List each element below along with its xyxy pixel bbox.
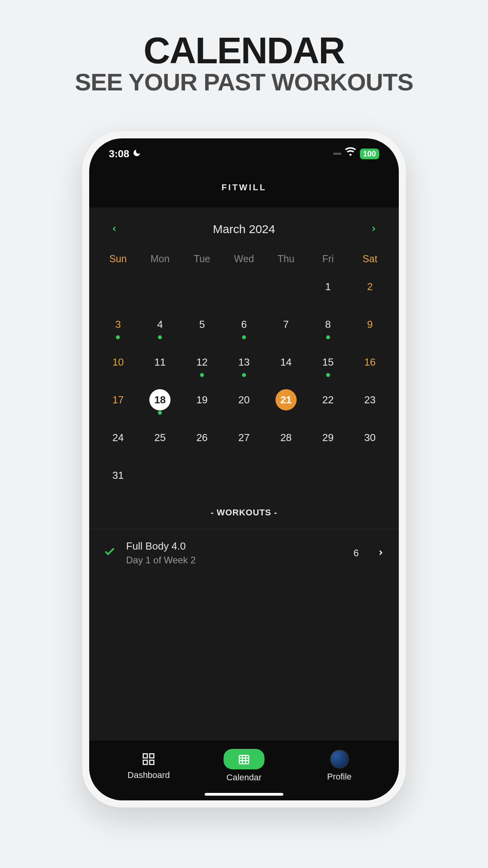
month-title: March 2024 — [213, 223, 275, 236]
day-cell[interactable]: 29 — [307, 424, 349, 451]
day-cell[interactable]: 31 — [97, 462, 139, 489]
workout-count: 6 — [354, 548, 359, 559]
workout-title: Full Body 4.0 — [126, 540, 343, 552]
day-cell[interactable]: 12 — [181, 349, 223, 375]
bottom-navigation: Dashboard Calendar Profile — [89, 740, 399, 787]
workout-dot-icon — [200, 373, 204, 377]
calendar-container: March 2024 SunMonTueWedThuFriSat 1234567… — [89, 208, 399, 740]
day-cell[interactable]: 16 — [349, 349, 391, 375]
day-cell[interactable]: 25 — [139, 424, 181, 451]
day-cell — [139, 462, 181, 489]
day-cell[interactable]: 20 — [223, 386, 265, 413]
day-cell[interactable]: 7 — [265, 311, 307, 338]
day-cell[interactable]: 2 — [349, 273, 391, 300]
day-cell[interactable]: 11 — [139, 349, 181, 375]
day-cell[interactable]: 14 — [265, 349, 307, 375]
day-number: 16 — [360, 351, 381, 373]
day-cell[interactable]: 18 — [139, 386, 181, 413]
day-headers: SunMonTueWedThuFriSat — [89, 248, 399, 269]
check-icon — [103, 545, 116, 561]
status-bar: 3:08 •••• 100 — [89, 138, 399, 165]
day-cell[interactable]: 26 — [181, 424, 223, 451]
promo-subtitle: SEE YOUR PAST WORKOUTS — [75, 68, 413, 96]
day-number: 29 — [317, 427, 339, 448]
workout-dot-icon — [242, 373, 246, 377]
day-number: 23 — [360, 389, 381, 410]
day-cell[interactable]: 19 — [181, 386, 223, 413]
cellular-icon: •••• — [333, 149, 341, 158]
day-cell[interactable]: 5 — [181, 311, 223, 338]
day-number: 27 — [233, 427, 255, 448]
day-header: Sat — [349, 248, 391, 269]
day-cell[interactable]: 4 — [139, 311, 181, 338]
home-indicator[interactable] — [205, 793, 283, 796]
day-header: Tue — [181, 248, 223, 269]
day-cell — [265, 462, 307, 489]
day-cell — [139, 273, 181, 300]
day-cell[interactable]: 9 — [349, 311, 391, 338]
prev-month-button[interactable] — [106, 223, 122, 235]
day-number: 21 — [275, 389, 297, 410]
day-number: 2 — [360, 276, 381, 297]
day-number: 7 — [275, 314, 297, 335]
day-number: 5 — [191, 314, 213, 335]
day-number: 9 — [360, 314, 381, 335]
nav-calendar[interactable]: Calendar — [196, 749, 292, 783]
phone-screen: 3:08 •••• 100 FITWILL March 2024 — [89, 138, 399, 800]
workout-dot-icon — [326, 373, 330, 377]
workout-dot-icon — [158, 335, 162, 339]
day-cell[interactable]: 13 — [223, 349, 265, 375]
day-cell[interactable]: 30 — [349, 424, 391, 451]
day-number: 6 — [233, 314, 255, 335]
calendar-icon — [224, 749, 264, 769]
day-number: 13 — [233, 351, 255, 373]
chevron-right-icon — [377, 547, 385, 559]
day-cell[interactable]: 10 — [97, 349, 139, 375]
workout-dot-icon — [116, 335, 120, 339]
nav-calendar-label: Calendar — [226, 772, 261, 783]
day-cell[interactable]: 15 — [307, 349, 349, 375]
day-header: Wed — [223, 248, 265, 269]
day-cell[interactable]: 28 — [265, 424, 307, 451]
promo-title: CALENDAR — [143, 29, 344, 72]
day-number: 22 — [317, 389, 339, 410]
nav-profile[interactable]: Profile — [292, 750, 387, 782]
day-cell — [265, 273, 307, 300]
workout-item[interactable]: Full Body 4.0 Day 1 of Week 2 6 — [89, 529, 399, 577]
nav-dashboard-label: Dashboard — [128, 770, 170, 780]
day-cell — [307, 462, 349, 489]
moon-icon — [132, 149, 141, 160]
day-cell[interactable]: 8 — [307, 311, 349, 338]
day-cell[interactable]: 3 — [97, 311, 139, 338]
workout-dot-icon — [326, 335, 330, 339]
battery-indicator: 100 — [360, 149, 379, 159]
day-header: Sun — [97, 248, 139, 269]
day-cell[interactable]: 21 — [265, 386, 307, 413]
svg-rect-1 — [150, 754, 154, 758]
svg-rect-3 — [143, 760, 148, 765]
day-cell[interactable]: 23 — [349, 386, 391, 413]
nav-profile-label: Profile — [327, 772, 352, 782]
day-cell — [223, 273, 265, 300]
next-month-button[interactable] — [366, 223, 382, 235]
day-cell[interactable]: 27 — [223, 424, 265, 451]
month-navigation: March 2024 — [89, 208, 399, 248]
nav-dashboard[interactable]: Dashboard — [101, 751, 196, 780]
day-number: 20 — [233, 389, 255, 410]
day-number: 4 — [149, 314, 171, 335]
dashboard-icon — [141, 751, 156, 767]
day-number: 25 — [149, 427, 171, 448]
day-cell[interactable]: 22 — [307, 386, 349, 413]
day-header: Mon — [139, 248, 181, 269]
svg-rect-2 — [150, 760, 154, 765]
day-cell[interactable]: 1 — [307, 273, 349, 300]
day-number: 14 — [275, 351, 297, 373]
day-cell — [97, 273, 139, 300]
workout-dot-icon — [158, 411, 162, 415]
svg-rect-0 — [143, 754, 148, 758]
day-number: 8 — [317, 314, 339, 335]
day-cell[interactable]: 24 — [97, 424, 139, 451]
day-cell[interactable]: 17 — [97, 386, 139, 413]
day-cell[interactable]: 6 — [223, 311, 265, 338]
calendar-grid: 1234567891011121314151617181920212223242… — [89, 273, 399, 489]
